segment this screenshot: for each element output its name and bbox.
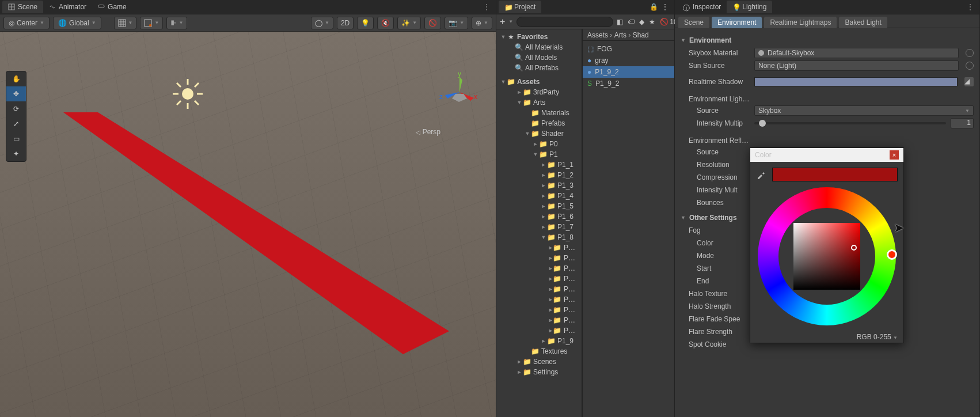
transform-tool[interactable]: ✦ xyxy=(6,146,26,161)
lighting-tab-baked[interactable]: Baked Light xyxy=(839,17,887,28)
tree-item[interactable]: ▼📁P1 xyxy=(496,149,582,160)
snap-increment-button[interactable]: ▼ xyxy=(140,17,162,29)
sv-box[interactable] xyxy=(793,223,860,290)
lighting-tab-scene[interactable]: Scene xyxy=(678,17,709,28)
tree-item[interactable]: ►📁P1_8_6 xyxy=(496,294,582,305)
tree-item[interactable]: ►📁P1_8_3 xyxy=(496,263,582,274)
rect-tool[interactable]: ▭ xyxy=(6,131,26,146)
project-search-input[interactable] xyxy=(516,17,613,27)
rotate-tool[interactable]: ⟳ xyxy=(6,101,26,116)
grid-snap-button[interactable]: ▼ xyxy=(115,17,136,29)
tab-lighting[interactable]: 💡 Lighting xyxy=(727,1,772,13)
tree-item[interactable]: ►📁Settings xyxy=(496,367,582,377)
tab-menu-icon[interactable]: ⋮ xyxy=(662,3,668,11)
tree-item[interactable]: ►📁P1_7 xyxy=(496,222,582,232)
skybox-field[interactable]: Default-Skybox xyxy=(754,48,959,58)
sun-source-field[interactable]: None (Light) xyxy=(754,60,959,71)
scene-tab-bar: Scene Animator Game ⋮ xyxy=(0,0,496,14)
tree-item[interactable]: ►📁3rdParty xyxy=(496,87,582,97)
asset-item[interactable]: ●P1_9_2 xyxy=(583,66,674,78)
object-picker-button[interactable] xyxy=(966,62,974,70)
audio-toggle[interactable]: 🔇 xyxy=(378,17,393,29)
move-tool[interactable]: ✥ xyxy=(6,86,26,101)
visibility-toggle[interactable]: 🚫 xyxy=(425,17,440,29)
favorites-header[interactable]: ▼★ Favorites xyxy=(496,32,582,42)
close-button[interactable]: × xyxy=(890,150,899,160)
tab-animator[interactable]: Animator xyxy=(43,1,92,13)
env-intensity-slider[interactable] xyxy=(754,122,946,124)
tree-item[interactable]: ►📁P1_1 xyxy=(496,160,582,170)
type-filter-icon[interactable]: ◆ xyxy=(639,18,644,26)
tree-item[interactable]: ►📁P1_4 xyxy=(496,191,582,201)
project-asset-list[interactable]: ⬚FOG●gray●P1_9_2SP1_9_2 xyxy=(583,41,674,92)
tree-item[interactable]: ►📁P0 xyxy=(496,139,582,149)
env-intensity-value[interactable]: 1 xyxy=(951,118,974,128)
tree-item[interactable]: ►📁P1_8_5 xyxy=(496,284,582,294)
tab-menu-icon[interactable]: ⋮ xyxy=(963,3,977,11)
color-swatch[interactable] xyxy=(772,168,898,181)
object-picker-button[interactable] xyxy=(966,49,974,57)
tree-item[interactable]: ►📁Scenes xyxy=(496,357,582,367)
assets-root[interactable]: ▼📁 Assets xyxy=(496,77,582,87)
color-picker-button[interactable]: ◢ xyxy=(964,77,974,86)
tree-item[interactable]: ►📁P1_3 xyxy=(496,180,582,191)
tree-item[interactable]: ►📁P1_8_7 xyxy=(496,305,582,315)
orientation-gizmo[interactable]: y x z xyxy=(439,72,480,112)
tree-item[interactable]: 📁Prefabs xyxy=(496,118,582,128)
color-wheel[interactable]: ➤ xyxy=(758,187,896,325)
tab-project[interactable]: 📁 Project xyxy=(499,1,541,13)
pivot-toggle[interactable]: ◎ Center ▼ xyxy=(3,17,50,29)
fx-toggle[interactable]: ✨▼ xyxy=(398,17,420,29)
asset-item[interactable]: SP1_9_2 xyxy=(583,78,674,89)
tab-inspector[interactable]: ⓘ Inspector xyxy=(677,1,727,13)
favorite-all-materials[interactable]: 🔍All Materials xyxy=(496,42,582,52)
hand-tool[interactable]: ✋ xyxy=(6,71,26,86)
tree-item[interactable]: ►📁P1_8_2 xyxy=(496,253,582,263)
scene-viewport[interactable]: y x z ◁ Persp ✋ ✥ ⟳ ⤢ ▭ ✦ xyxy=(0,32,496,417)
color-picker-title-bar[interactable]: Color × xyxy=(750,148,903,162)
tab-menu-icon[interactable]: ⋮ xyxy=(480,3,493,11)
projection-label[interactable]: ◁ Persp xyxy=(416,127,440,136)
lighting-toggle[interactable]: 💡 xyxy=(358,17,373,29)
tab-game[interactable]: Game xyxy=(92,1,132,13)
tab-scene[interactable]: Scene xyxy=(2,1,43,13)
env-section-header[interactable]: ▼Environment xyxy=(681,36,974,44)
tree-item[interactable]: ▼📁Shader xyxy=(496,128,582,139)
env-source-dropdown[interactable]: Skybox▼ xyxy=(754,105,974,116)
eyedropper-icon[interactable] xyxy=(756,169,766,180)
asset-item[interactable]: ⬚FOG xyxy=(583,43,674,55)
add-button[interactable]: + xyxy=(500,17,505,27)
camera-settings-button[interactable]: 📷▼ xyxy=(445,17,468,29)
tree-item[interactable]: 📁Materials xyxy=(496,108,582,118)
scale-tool[interactable]: ⤢ xyxy=(6,116,26,131)
project-breadcrumb[interactable]: Assets › Arts › Shad xyxy=(583,29,674,41)
star-filter-icon[interactable]: ★ xyxy=(649,18,655,26)
lock-icon[interactable]: 🔒 xyxy=(649,3,658,11)
tree-item[interactable]: ▼📁P1_8 xyxy=(496,232,582,242)
asset-item[interactable]: ●gray xyxy=(583,55,674,66)
tree-item[interactable]: ▼📁Arts xyxy=(496,97,582,108)
lighting-tab-environment[interactable]: Environment xyxy=(712,17,762,28)
favorite-all-models[interactable]: 🔍All Models xyxy=(496,52,582,63)
gizmos-toggle[interactable]: ⊕▼ xyxy=(472,17,492,29)
tree-item[interactable]: ►📁P1_2 xyxy=(496,170,582,180)
tree-item[interactable]: ►📁P1_8_9 xyxy=(496,325,582,336)
mode-2d-button[interactable]: 2D xyxy=(337,17,353,29)
search-filter-icon[interactable]: ◧ xyxy=(617,18,623,26)
tree-item[interactable]: ►📁P1_5 xyxy=(496,201,582,211)
tree-item[interactable]: ►📁P1_8_8 xyxy=(496,315,582,325)
lighting-tab-realtime[interactable]: Realtime Lightmaps xyxy=(764,17,837,28)
label-filter-icon[interactable]: 🏷 xyxy=(628,18,635,26)
tree-item[interactable]: ►📁P1_9 xyxy=(496,336,582,346)
color-mode-dropdown[interactable]: RGB 0-255 ▼ xyxy=(857,333,898,341)
tree-item[interactable]: 📁Textures xyxy=(496,346,582,357)
project-tree[interactable]: ▼★ Favorites 🔍All Materials 🔍All Models … xyxy=(496,29,582,417)
snap-settings-button[interactable]: ⊪ ▼ xyxy=(167,17,187,29)
tree-item[interactable]: ►📁P1_8_4 xyxy=(496,274,582,284)
draw-mode-button[interactable]: ◯▼ xyxy=(312,17,333,29)
space-toggle[interactable]: 🌐 Global ▼ xyxy=(53,17,101,29)
tree-item[interactable]: ►📁P1_6 xyxy=(496,211,582,222)
tree-item[interactable]: ►📁P1_8_1 xyxy=(496,242,582,253)
shadow-color-field[interactable] xyxy=(754,77,958,86)
favorite-all-prefabs[interactable]: 🔍All Prefabs xyxy=(496,63,582,73)
